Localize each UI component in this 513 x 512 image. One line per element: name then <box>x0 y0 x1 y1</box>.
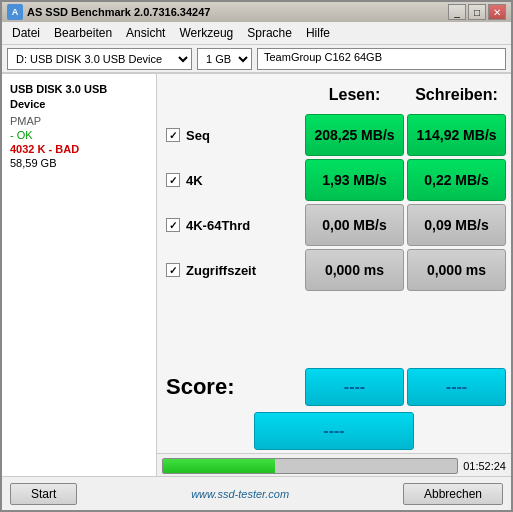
main-window: Datei Bearbeiten Ansicht Werkzeug Sprach… <box>0 22 513 512</box>
progress-area: 01:52:24 <box>157 453 511 476</box>
seq-write-value: 114,92 MB/s <box>407 114 506 156</box>
4k64-checkbox[interactable]: ✓ <box>166 218 180 232</box>
row-4k64-label: ✓ 4K-64Thrd <box>162 204 302 246</box>
app-icon: A <box>7 4 23 20</box>
score-section: Score: ---- ---- <box>157 363 511 409</box>
ok-label: - OK <box>10 129 148 141</box>
left-panel: USB DISK 3.0 USB Device PMAP - OK 4032 K… <box>2 74 157 476</box>
progress-bar-outer <box>162 458 458 474</box>
right-panel: Lesen: Schreiben: ✓ Seq 208,25 MB/s 114,… <box>157 74 511 476</box>
drive-select[interactable]: D: USB DISK 3.0 USB Device <box>7 48 192 70</box>
access-write-value: 0,000 ms <box>407 249 506 291</box>
menu-sprache[interactable]: Sprache <box>241 24 298 42</box>
progress-time: 01:52:24 <box>463 460 506 472</box>
col-header-read: Lesen: <box>305 79 404 111</box>
4k-write-value: 0,22 MB/s <box>407 159 506 201</box>
score-label: Score: <box>162 374 302 400</box>
menu-bar: Datei Bearbeiten Ansicht Werkzeug Sprach… <box>2 22 511 45</box>
close-button[interactable]: ✕ <box>488 4 506 20</box>
drive-info-name: USB DISK 3.0 USB Device <box>10 82 148 113</box>
bench-grid: Lesen: Schreiben: ✓ Seq 208,25 MB/s 114,… <box>157 74 511 363</box>
size-label: 58,59 GB <box>10 157 148 169</box>
row-4k-label: ✓ 4K <box>162 159 302 201</box>
maximize-button[interactable]: □ <box>468 4 486 20</box>
size-select[interactable]: 1 GB <box>197 48 252 70</box>
bottom-bar: Start www.ssd-tester.com Abbrechen <box>2 476 511 510</box>
progress-bar-inner <box>163 459 275 473</box>
access-checkbox[interactable]: ✓ <box>166 263 180 277</box>
score-write-value: ---- <box>407 368 506 406</box>
drive-name-display: TeamGroup C162 64GB <box>257 48 506 70</box>
minimize-button[interactable]: _ <box>448 4 466 20</box>
title-bar: A AS SSD Benchmark 2.0.7316.34247 _ □ ✕ <box>0 0 513 22</box>
col-header-blank <box>162 79 302 111</box>
menu-ansicht[interactable]: Ansicht <box>120 24 171 42</box>
pmap-label: PMAP <box>10 115 148 127</box>
bad-label: 4032 K - BAD <box>10 143 148 155</box>
seq-read-value: 208,25 MB/s <box>305 114 404 156</box>
menu-datei[interactable]: Datei <box>6 24 46 42</box>
title-bar-left: A AS SSD Benchmark 2.0.7316.34247 <box>7 4 210 20</box>
menu-werkzeug[interactable]: Werkzeug <box>173 24 239 42</box>
title-text: AS SSD Benchmark 2.0.7316.34247 <box>27 6 210 18</box>
4k-checkbox[interactable]: ✓ <box>166 173 180 187</box>
access-read-value: 0,000 ms <box>305 249 404 291</box>
score-bottom: ---- <box>157 409 511 453</box>
menu-bearbeiten[interactable]: Bearbeiten <box>48 24 118 42</box>
4k64-write-value: 0,09 MB/s <box>407 204 506 246</box>
content-area: USB DISK 3.0 USB Device PMAP - OK 4032 K… <box>2 73 511 476</box>
score-read-value: ---- <box>305 368 404 406</box>
4k-read-value: 1,93 MB/s <box>305 159 404 201</box>
menu-hilfe[interactable]: Hilfe <box>300 24 336 42</box>
toolbar: D: USB DISK 3.0 USB Device 1 GB TeamGrou… <box>2 45 511 73</box>
cancel-button[interactable]: Abbrechen <box>403 483 503 505</box>
4k64-read-value: 0,00 MB/s <box>305 204 404 246</box>
row-seq-label: ✓ Seq <box>162 114 302 156</box>
seq-checkbox[interactable]: ✓ <box>166 128 180 142</box>
row-access-label: ✓ Zugriffszeit <box>162 249 302 291</box>
score-total-value: ---- <box>254 412 414 450</box>
col-header-write: Schreiben: <box>407 79 506 111</box>
title-buttons: _ □ ✕ <box>448 4 506 20</box>
start-button[interactable]: Start <box>10 483 77 505</box>
watermark: www.ssd-tester.com <box>186 487 294 501</box>
